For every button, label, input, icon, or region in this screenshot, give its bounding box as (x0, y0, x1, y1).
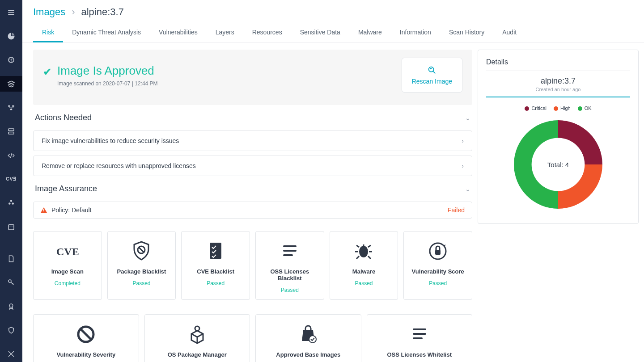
tab-layers[interactable]: Layers (207, 22, 243, 42)
tab-information[interactable]: Information (391, 22, 440, 42)
document-icon[interactable] (0, 251, 22, 266)
tools-icon[interactable] (0, 346, 22, 362)
menu-icon[interactable] (0, 4, 22, 20)
assurance-tile[interactable]: Approved Base ImagesPassed (255, 314, 361, 362)
approval-banner: ✔ Image Is Approved Image scanned on 202… (33, 50, 472, 105)
tile-label: Vulnerability Score (412, 268, 464, 275)
actions-header: Actions Needed ⌄ (33, 112, 472, 123)
flow-icon[interactable] (0, 100, 22, 115)
tab-dynamic-threat-analysis[interactable]: Dynamic Threat Analysis (63, 22, 150, 42)
divider (486, 97, 630, 97)
svg-rect-2 (8, 105, 10, 107)
list-icon (279, 240, 301, 263)
tile-label: Malware (352, 268, 375, 275)
assurance-tile[interactable]: Vulnerability SeverityFailed (33, 314, 139, 362)
shield-no-icon (130, 240, 153, 263)
svg-rect-17 (283, 245, 297, 247)
svg-rect-4 (10, 109, 13, 110)
warning-icon (41, 207, 47, 213)
svg-rect-22 (435, 250, 441, 255)
details-header: Details (486, 58, 630, 71)
svg-point-24 (195, 326, 199, 331)
tab-vulnerabilities[interactable]: Vulnerabilities (150, 22, 207, 42)
policy-row[interactable]: Policy: Default Failed (33, 202, 472, 219)
checklist-icon (204, 240, 227, 263)
svg-rect-29 (413, 337, 423, 339)
svg-point-9 (10, 200, 13, 202)
calendar-icon[interactable] (0, 219, 22, 235)
cve-icon[interactable]: CVƎ (0, 171, 22, 187)
assurance-tiles-row2: Vulnerability SeverityFailedOS Package M… (33, 314, 472, 362)
tile-label: Image Scan (51, 268, 84, 275)
action-item[interactable]: Fix image vulnerabilities to reduce secu… (33, 130, 472, 151)
code-icon[interactable] (0, 147, 22, 163)
svg-rect-5 (8, 129, 14, 131)
tab-malware[interactable]: Malware (349, 22, 391, 42)
bug-icon (352, 240, 375, 263)
svg-rect-6 (8, 132, 14, 135)
tile-label: OSS Licenses Blacklist (259, 268, 320, 282)
main: Images › alpine:3.7 RiskDynamic Threat A… (22, 0, 644, 362)
policy-label: Policy: Default (51, 206, 91, 214)
list-icon (408, 323, 431, 346)
svg-rect-3 (12, 105, 14, 107)
tab-scan-history[interactable]: Scan History (440, 22, 493, 42)
svg-point-8 (12, 203, 14, 205)
svg-rect-27 (413, 328, 426, 330)
tile-status: Passed (132, 280, 150, 286)
tab-sensitive-data[interactable]: Sensitive Data (291, 22, 349, 42)
assurance-tile[interactable]: MalwarePassed (330, 231, 398, 300)
tab-risk[interactable]: Risk (33, 22, 63, 42)
action-item[interactable]: Remove or replace resources with unappro… (33, 156, 472, 176)
tile-label: OS Package Manager (168, 351, 227, 358)
policy-status: Failed (448, 206, 465, 214)
chevron-right-icon: › (462, 162, 464, 169)
bag-check-icon (297, 323, 319, 346)
breadcrumb-root[interactable]: Images (33, 6, 65, 18)
wheel-icon[interactable] (0, 52, 22, 68)
assurance-tile[interactable]: Package BlacklistPassed (107, 231, 176, 300)
svg-text:CVE: CVE (56, 246, 79, 257)
details-created: Created an hour ago (486, 87, 630, 92)
tile-status: Passed (429, 280, 447, 286)
dashboard-icon[interactable] (0, 28, 22, 44)
breadcrumb-leaf: alpine:3.7 (81, 6, 123, 18)
tile-label: Approved Base Images (276, 351, 340, 358)
chevron-down-icon[interactable]: ⌄ (465, 185, 470, 193)
chevron-right-icon: › (462, 137, 464, 144)
actions-list: Fix image vulnerabilities to reduce secu… (33, 130, 472, 176)
svg-point-12 (9, 304, 13, 307)
chevron-down-icon[interactable]: ⌄ (465, 114, 470, 122)
legend-item: High (554, 105, 571, 111)
cve-text-icon: CVE (56, 240, 79, 263)
tile-label: Package Blacklist (117, 268, 166, 275)
sidebar: CVƎ (0, 0, 22, 362)
cluster-icon[interactable] (0, 195, 22, 211)
shield-icon[interactable] (0, 322, 22, 338)
assurance-tile[interactable]: CVE BlacklistPassed (181, 231, 250, 300)
svg-rect-19 (283, 254, 293, 256)
key-icon[interactable] (0, 275, 22, 290)
assurance-tile[interactable]: CVEImage ScanCompleted (33, 231, 102, 300)
rescan-button[interactable]: Rescan Image (402, 58, 462, 93)
assurance-tile[interactable]: OS Package ManagerPassed (144, 314, 250, 362)
assurance-tile[interactable]: Vulnerability ScorePassed (403, 231, 472, 300)
svg-rect-18 (283, 250, 297, 252)
approval-title: Image Is Approved (57, 64, 158, 78)
images-icon[interactable] (0, 76, 22, 92)
tile-label: Vulnerability Severity (56, 351, 115, 358)
chevron-right-icon: › (72, 6, 75, 18)
tab-resources[interactable]: Resources (243, 22, 291, 42)
breadcrumb: Images › alpine:3.7 (22, 0, 644, 22)
assurance-tile[interactable]: OSS Licenses WhitelistFailed (367, 314, 473, 362)
tab-audit[interactable]: Audit (493, 22, 525, 42)
svg-point-11 (8, 280, 11, 282)
lock-cycle-icon (427, 240, 449, 263)
details-image-name: alpine:3.7 (486, 76, 630, 86)
server-icon[interactable] (0, 124, 22, 139)
check-icon: ✔ (43, 66, 52, 78)
badge-icon[interactable] (0, 299, 22, 314)
search-refresh-icon (427, 65, 437, 75)
details-card: Details alpine:3.7 Created an hour ago C… (478, 50, 639, 224)
assurance-tile[interactable]: OSS Licenses BlacklistPassed (255, 231, 324, 300)
